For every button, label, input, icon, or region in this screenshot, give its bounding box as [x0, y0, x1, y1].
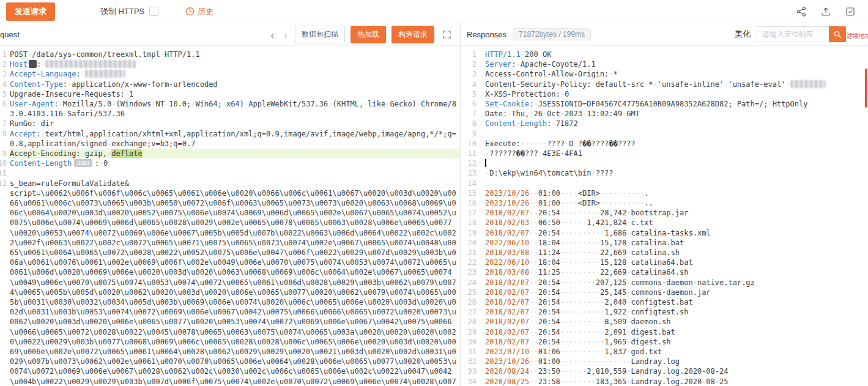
search-icon — [833, 30, 842, 39]
clock-icon — [185, 7, 195, 16]
code-line: 332020/08/24··23:50······2,810,559·Landr… — [461, 366, 868, 376]
line-number: 5 — [461, 89, 484, 99]
redacted-text — [790, 80, 826, 88]
line-number: 12 — [461, 158, 484, 168]
prev-request-arrow[interactable]: ‹ — [269, 29, 276, 40]
line-number: 22 — [461, 258, 484, 267]
line-number: 8 — [0, 129, 9, 149]
line-number: 34 — [461, 377, 484, 386]
line-number: 9 — [0, 149, 9, 158]
response-panel: Responses 71872bytes / 199ms 美化 1HTTP/1.… — [461, 23, 868, 386]
code-line: 6Set-Cookie:·JSESSIONID=DF04567C47756A10… — [461, 99, 868, 109]
history-button[interactable]: 历史 — [185, 6, 213, 17]
code-line: 11·??????��???·4E3E-4FA1 — [461, 149, 868, 158]
line-number: 3 — [461, 69, 484, 79]
response-size-time-badge: 71872bytes / 199ms — [513, 28, 591, 40]
code-line: 5Upgrade-Insecure-Requests:·1 — [0, 89, 460, 99]
line-number: 8 — [461, 119, 484, 128]
line-number: 23 — [461, 267, 484, 277]
redacted-box — [29, 60, 37, 68]
code-line: 232018/03/08··11:25·········22,669·catal… — [461, 267, 868, 277]
code-line: 1HTTP/1.1·200·OK — [461, 50, 868, 59]
code-line: 162023/10/26··01:00····<DIR>··········.. — [461, 198, 868, 208]
toolbar-right-icons — [796, 6, 862, 17]
line-number: 19 — [461, 228, 484, 238]
line-number: 31 — [461, 347, 484, 357]
code-line: 8Content-Length:·71872 — [461, 119, 868, 128]
hot-reload-button[interactable]: 热加载 — [351, 26, 386, 43]
line-number: 28 — [461, 317, 484, 327]
share-icon[interactable] — [796, 6, 807, 17]
code-line: 342020/08/25··23:58········183,365·Landr… — [461, 377, 868, 386]
code-line: 182018/02/03··06:50······1,421,824·c.txt — [461, 218, 868, 228]
line-number: 10 — [0, 158, 9, 168]
export-icon[interactable] — [820, 6, 831, 17]
redacted-text — [85, 70, 125, 78]
next-request-arrow[interactable]: › — [282, 29, 289, 40]
line-number: 9 — [461, 129, 484, 139]
line-number: 4 — [0, 80, 9, 89]
code-line: 302018/02/07··20:54··········1,965·diges… — [461, 337, 868, 347]
line-number: 33 — [461, 366, 484, 376]
line-number: 14 — [461, 179, 484, 188]
code-line: 10Execute:······????·D·?��????��???? — [461, 139, 868, 149]
code-line: 262018/02/07··20:54··········2,040·confi… — [461, 297, 868, 307]
line-number: 13 — [461, 168, 484, 178]
request-panel-title: quest — [0, 30, 20, 39]
code-line: 222022/06/10··18:04·········15,128·catal… — [461, 258, 868, 267]
line-number: 12 — [0, 179, 9, 386]
toolbar: 发送请求 强制 HTTPS 历史 — [0, 0, 868, 23]
packet-scan-button[interactable]: 数据包扫描 — [295, 26, 345, 43]
code-line: 292018/02/07··20:54··········2,091·diges… — [461, 327, 868, 337]
redacted-text — [45, 60, 136, 68]
request-panel-header: quest ‹ › 数据包扫描 热加载 构造请求 — [0, 23, 460, 46]
code-line: 272018/02/07··20:54··········1,922·confi… — [461, 307, 868, 317]
response-viewer[interactable]: 1HTTP/1.1·200·OK2Server:·Apache-Coyote/1… — [461, 46, 868, 386]
line-number: 21 — [461, 248, 484, 258]
code-line: 2Host:· — [0, 59, 460, 69]
code-line: 10Content-Lengthauto:·0 — [0, 158, 460, 168]
main-split: quest ‹ › 数据包扫描 热加载 构造请求 1POST·/data/sys… — [0, 23, 868, 386]
send-request-button[interactable]: 发送请求 — [6, 2, 55, 21]
check-square-icon[interactable] — [845, 6, 856, 17]
code-line: 7Date:·Thu,·26·Oct·2023·13:02:49·GMT — [461, 109, 868, 119]
beautify-button[interactable]: 美化 — [735, 29, 751, 40]
request-editor[interactable]: 1POST·/data/sys-common/treexml.tmpl·HTTP… — [0, 46, 460, 386]
response-search-input[interactable] — [757, 26, 829, 42]
construct-request-button[interactable]: 构造请求 — [391, 26, 434, 43]
code-line: 322023/10/26··01:00················Landr… — [461, 357, 868, 366]
line-number: 6 — [461, 99, 484, 109]
response-search-button[interactable] — [829, 26, 846, 42]
line-number: 3 — [0, 69, 9, 79]
code-line: 202022/06/10··18:04·········15,128·catal… — [461, 238, 868, 248]
line-number: 7 — [461, 109, 484, 119]
responses-tab[interactable]: Responses — [467, 30, 506, 39]
code-line: 9 — [461, 129, 868, 139]
force-https-checkbox[interactable] — [149, 7, 158, 16]
code-line: 252018/02/07··20:54·········25,145·commo… — [461, 288, 868, 297]
code-line: 8Accept:·text/html,application/xhtml+xml… — [0, 129, 460, 149]
code-line: 13·D:\ekp\win64\tomcat\bin·???? — [461, 168, 868, 178]
code-line: 2Server:·Apache-Coyote/1.1 — [461, 59, 868, 69]
code-line: 14 — [461, 179, 868, 188]
force-https-group: 强制 HTTPS — [100, 6, 158, 17]
fullscreen-icon[interactable] — [442, 30, 451, 39]
request-panel: quest ‹ › 数据包扫描 热加载 构造请求 1POST·/data/sys… — [0, 23, 461, 386]
line-number: 4 — [461, 80, 484, 89]
code-line: 242018/02/07··20:54········207,125·commo… — [461, 278, 868, 288]
line-number: 15 — [461, 188, 484, 198]
line-number: 27 — [461, 307, 484, 317]
auto-length-badge: auto — [74, 159, 92, 167]
line-number: 1 — [461, 50, 484, 59]
code-line: 1POST·/data/sys-common/treexml.tmpl·HTTP… — [0, 50, 460, 59]
scroll-marker-bar — [865, 69, 867, 108]
line-number: 18 — [461, 218, 484, 228]
line-number: 30 — [461, 337, 484, 347]
line-number: 20 — [461, 238, 484, 248]
code-line: 282018/02/07··20:54··········8,509·daemo… — [461, 317, 868, 327]
line-number: 32 — [461, 357, 484, 366]
code-line: 12 — [461, 158, 868, 168]
line-number: 25 — [461, 288, 484, 297]
code-line: 7RunGo:·dir — [0, 119, 460, 128]
code-line: 12s_bean=ruleFormulaValidate&script=\u00… — [0, 179, 460, 386]
